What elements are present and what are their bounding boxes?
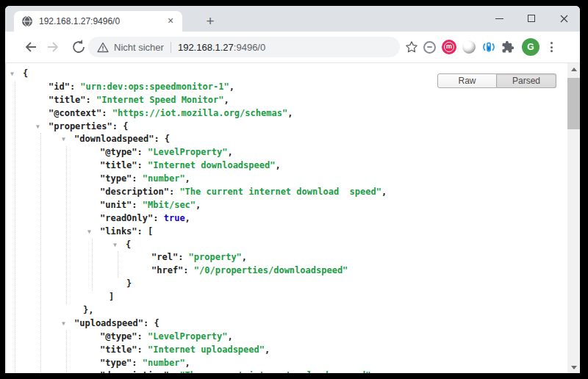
tab-title: 192.168.1.27:9496/0 [39,16,165,26]
json-line: }, [74,304,551,317]
json-line: "type": "number", [100,173,551,186]
json-line: ] [100,291,551,304]
json-line: "title": "Internet uploadspeed", [100,344,551,357]
json-line: ▼"downloadspeed": { [74,133,551,146]
raw-button[interactable]: Raw [437,73,497,88]
back-icon[interactable] [21,38,39,56]
url-path: :9496/0 [234,42,265,53]
window-controls [483,6,580,31]
url-host: 192.168.1.27 [178,42,234,53]
menu-kebab-icon[interactable] [545,38,557,56]
profile-avatar[interactable]: G [522,38,539,56]
json-line: "rel": "property", [151,251,551,264]
json-line: ▼"uploadspeed": { [74,317,551,331]
new-tab-button[interactable]: + [201,12,220,31]
json-line: "readOnly": true, [100,212,551,225]
tab[interactable]: 192.168.1.27:9496/0 × [14,11,182,32]
robot-extension-icon[interactable] [481,39,497,55]
json-line: ▼"properties": { [49,120,551,134]
forward-icon[interactable] [45,38,62,56]
page-content: Raw Parsed ▼{"id": "urn:dev:ops:speedmon… [5,62,580,373]
orb-extension-icon[interactable] [461,39,477,55]
viewer-toggle: Raw Parsed [437,73,556,88]
json-line: "title": "Internet Speed Monitor", [49,94,551,107]
expander-icon[interactable]: ▼ [36,120,45,134]
toolbar: Nicht sicher 192.168.1.27 :9496/0 m [5,32,580,62]
json-tree: ▼{"id": "urn:dev:ops:speedmonitor-1","ti… [23,68,551,373]
scrollbar[interactable] [567,63,580,373]
json-line: ▼"links": [ [100,225,551,239]
bookmark-star-icon[interactable] [404,40,419,54]
json-line: "href": "/0/properties/downloadspeed" [151,264,551,278]
json-line: "@context": "https://iot.mozilla.org/sch… [49,107,551,120]
expander-icon[interactable]: ▼ [62,317,71,331]
tab-bar: 192.168.1.27:9496/0 × + [5,6,580,32]
extensions-puzzle-icon[interactable] [500,39,516,55]
json-line: "@type": "LevelProperty", [100,331,551,344]
ring-extension-icon[interactable] [421,39,437,55]
json-line: "@type": "LevelProperty", [100,146,551,159]
json-line: } [126,278,551,291]
omnibox-divider [171,42,171,53]
security-label: Nicht sicher [114,42,164,53]
expander-icon[interactable]: ▼ [10,68,19,81]
scrollbar-thumb[interactable] [567,78,580,129]
json-line: ▼{ [126,239,551,252]
json-line: "type": "number", [100,357,551,370]
parsed-button[interactable]: Parsed [497,73,556,88]
expander-icon[interactable]: ▼ [62,133,71,146]
expander-icon[interactable]: ▼ [87,225,96,239]
address-bar[interactable]: Nicht sicher 192.168.1.27 :9496/0 [88,37,400,57]
maximize-button[interactable] [515,6,548,31]
globe-favicon-icon [21,15,33,27]
warning-icon [97,42,109,53]
json-line: "description": "The current internet dow… [100,186,551,199]
m-letter: m [444,42,454,52]
json-line: "description": "The current internet upl… [100,369,551,373]
close-button[interactable] [548,6,580,31]
expander-icon[interactable]: ▼ [113,239,122,252]
tab-close-icon[interactable]: × [165,15,176,27]
json-line: "unit": "Mbit/sec", [100,199,551,212]
scroll-up-icon[interactable] [567,63,580,75]
minimize-button[interactable] [483,6,515,31]
browser-window: 192.168.1.27:9496/0 × + [5,6,580,373]
json-line: "title": "Internet downloadspeed", [100,159,551,173]
scroll-down-icon[interactable] [567,361,580,373]
pink-m-extension-icon[interactable]: m [441,39,457,55]
reload-icon[interactable] [70,38,87,56]
